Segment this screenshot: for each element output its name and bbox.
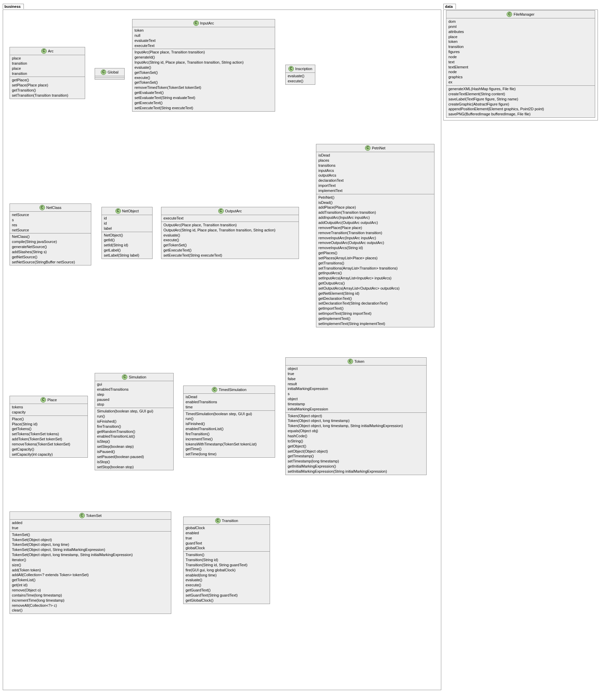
- method-row: getTokenSet(): [134, 70, 273, 75]
- field-row: inputArcs: [318, 168, 432, 173]
- field-row: result: [288, 381, 424, 387]
- class-name-label: Simulation: [129, 375, 146, 379]
- method-row: Transition(String id): [186, 557, 268, 563]
- class-filemanager[interactable]: CFileManagerdompnmlattributesplacetokent…: [446, 10, 595, 118]
- fields-section: addedtrue: [10, 520, 171, 532]
- method-row: enabledTransitionList(): [97, 434, 171, 439]
- method-row: InputArc(Place place, Transition transit…: [134, 50, 273, 55]
- class-arc[interactable]: CArcplacetransitionplacetransitiongetPla…: [10, 47, 85, 99]
- method-row: execute(): [163, 238, 297, 243]
- class-netobject[interactable]: CNetObjectididlabelNetObject()getId()set…: [101, 207, 153, 259]
- field-row: step: [97, 392, 171, 397]
- class-header: CGlobal: [95, 68, 124, 76]
- method-row: removeTimedToken(TokenSet tokenSet): [134, 85, 273, 90]
- method-row: removeAll(Collection<?> c): [12, 603, 169, 608]
- field-row: implementText: [318, 188, 432, 193]
- methods-section: generateXML(HashMap figures, File file)c…: [446, 86, 595, 117]
- method-row: getId(): [104, 238, 150, 243]
- field-row: initialMarkingExpression: [288, 386, 424, 391]
- field-row: token: [448, 39, 593, 44]
- fields-section: placetransitionplacetransition: [10, 55, 85, 77]
- package-tab: data: [443, 4, 456, 9]
- class-header: CNetClass: [10, 204, 91, 212]
- method-row: appendPositionElement(Element graphics, …: [448, 107, 593, 112]
- method-row: removeTransition(Transition transition): [318, 230, 432, 235]
- class-outputarc[interactable]: COutputArcexecuteTextOutputArc(Place pla…: [161, 207, 299, 259]
- field-row: true: [12, 525, 169, 531]
- class-icon: C: [193, 20, 199, 26]
- method-row: getPlaces(): [318, 250, 432, 256]
- class-name-label: OutputArc: [225, 209, 242, 213]
- method-row: iterator(): [12, 557, 169, 563]
- method-row: setTransitions(ArrayList<Transition> tra…: [318, 266, 432, 271]
- field-row: executeText: [134, 43, 273, 48]
- class-icon: C: [41, 397, 46, 403]
- class-global[interactable]: CGlobal: [95, 68, 125, 80]
- method-row: compile(String javaSource): [12, 239, 89, 244]
- field-row: s: [12, 217, 89, 223]
- method-row: setPaused(boolean paused): [97, 454, 171, 459]
- method-row: removeInputArcs(String id): [318, 245, 432, 250]
- method-row: getCapacity(): [12, 447, 85, 452]
- method-row: TokenSet(Object object): [12, 537, 169, 542]
- method-row: getTokenSet(): [134, 80, 273, 85]
- field-row: guardText: [186, 541, 268, 546]
- method-row: getOutputArcs(): [318, 281, 432, 286]
- class-simulation[interactable]: CSimulationguienabledTransitionssteppaus…: [95, 373, 174, 470]
- field-row: object: [288, 396, 424, 402]
- method-row: TokenSet(Object object, long timestamp, …: [12, 552, 169, 557]
- method-row: clear(): [12, 608, 169, 613]
- method-row: setTokens(TokenSet tokens): [12, 432, 85, 437]
- field-row: id: [104, 221, 150, 226]
- method-row: TokenSet(Object object, String initialMa…: [12, 547, 169, 552]
- fields-section: objecttruefalseresultinitialMarkingExpre…: [286, 365, 426, 413]
- method-row: containsTime(long timestamp): [12, 593, 169, 598]
- field-row: globalClock: [186, 546, 268, 551]
- method-row: setTime(long time): [186, 452, 273, 457]
- field-row: netSource: [12, 228, 89, 233]
- field-row: evaluateText: [134, 38, 273, 43]
- field-row: transitions: [318, 163, 432, 168]
- method-row: getDeclarationText(): [318, 296, 432, 301]
- field-row: transition: [448, 44, 593, 49]
- class-petrinet[interactable]: CPetriNetisDeadplacestransitionsinputArc…: [316, 144, 434, 327]
- class-name-label: NetClass: [46, 206, 62, 210]
- field-row: added: [12, 520, 169, 525]
- class-netclass[interactable]: CNetClassnetSourcesresnetSourceNetClass(…: [10, 204, 91, 265]
- class-name-label: Token: [354, 359, 364, 363]
- class-name-label: Place: [47, 398, 57, 402]
- class-timedsimulation[interactable]: CTimedSimulationisDeadenabledTransitions…: [183, 386, 275, 458]
- class-tokenset[interactable]: CTokenSetaddedtrueTokenSet()TokenSet(Obj…: [10, 511, 171, 614]
- method-row: NetClass(): [12, 234, 89, 239]
- fields-section: dompnmlattributesplacetokentransitionfig…: [446, 18, 595, 86]
- class-token[interactable]: CTokenobjecttruefalseresultinitialMarkin…: [285, 357, 427, 475]
- field-row: enabled: [186, 531, 268, 536]
- class-header: COutputArc: [161, 207, 299, 215]
- class-icon: C: [218, 208, 224, 214]
- method-row: setInitialMarkingExpression(String initi…: [288, 469, 424, 474]
- method-row: getInitialMarkingExpression(): [288, 464, 424, 469]
- field-row: false: [288, 376, 424, 381]
- field-row: paused: [97, 397, 171, 402]
- field-row: capacity: [12, 410, 85, 415]
- method-row: isStep(): [97, 439, 171, 444]
- class-name-label: Arc: [48, 49, 54, 53]
- class-place[interactable]: CPlacetokenscapacityPlace()Place(String …: [10, 396, 88, 458]
- class-transition[interactable]: CTransitionglobalClockenabledtrueguardTe…: [183, 517, 270, 604]
- field-row: gui: [97, 382, 171, 387]
- field-row: isDead: [186, 394, 273, 400]
- class-icon: C: [122, 374, 127, 380]
- method-row: enabledTransitionList(): [186, 426, 273, 432]
- class-header: CPlace: [10, 396, 88, 404]
- method-row: size(): [12, 563, 169, 568]
- method-row: getObject(): [288, 444, 424, 449]
- field-row: outputArcs: [318, 173, 432, 178]
- method-row: addPlace(Place place): [318, 205, 432, 210]
- method-row: getGuardText(): [186, 588, 268, 593]
- method-row: getTransition(): [12, 88, 83, 93]
- class-inputarc[interactable]: CInputArctokennullevaluateTextexecuteTex…: [132, 19, 275, 112]
- fields-section: netSourcesresnetSource: [10, 212, 91, 233]
- field-row: place: [12, 66, 83, 71]
- class-inscription[interactable]: CInscriptionevaluate()execute(): [285, 65, 315, 85]
- method-row: saveLabel(TextFigure figure, String name…: [448, 97, 593, 102]
